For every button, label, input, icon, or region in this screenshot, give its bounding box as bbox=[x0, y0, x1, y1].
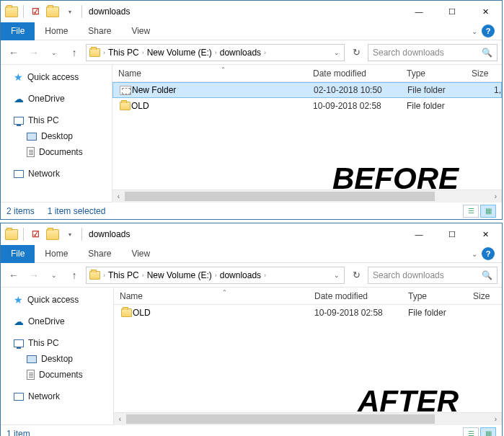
help-icon[interactable]: ? bbox=[482, 247, 495, 260]
sidebar-item-desktop[interactable]: Desktop bbox=[1, 128, 112, 144]
tab-share[interactable]: Share bbox=[78, 22, 121, 40]
breadcrumb-item[interactable]: This PC bbox=[107, 267, 141, 283]
column-header-name[interactable]: Name bbox=[118, 68, 313, 79]
sidebar-item-quick-access[interactable]: ★Quick access bbox=[1, 292, 113, 308]
nav-recent-dropdown[interactable]: ⌄ bbox=[45, 267, 63, 284]
file-row[interactable]: OLD 10-09-2018 02:58 File folder bbox=[114, 305, 502, 321]
close-button[interactable]: ✕ bbox=[469, 1, 502, 22]
file-list[interactable]: New Folder 02-10-2018 10:50 File folder … bbox=[112, 82, 502, 190]
tab-view[interactable]: View bbox=[121, 22, 160, 40]
tab-share[interactable]: Share bbox=[78, 245, 121, 263]
sidebar-item-quick-access[interactable]: ★Quick access bbox=[1, 69, 112, 85]
address-bar[interactable]: › This PC›New Volume (E:)›downloads› ⌄ bbox=[86, 267, 345, 284]
column-header-date[interactable]: Date modified bbox=[313, 68, 407, 79]
chevron-right-icon[interactable]: › bbox=[141, 272, 146, 279]
qat-dropdown-icon[interactable]: ▾ bbox=[62, 226, 78, 242]
ribbon-expand-icon[interactable]: ⌄ bbox=[472, 27, 477, 35]
breadcrumb-item[interactable]: downloads bbox=[218, 45, 262, 61]
breadcrumb-item[interactable]: New Volume (E:) bbox=[146, 267, 213, 283]
sidebar-item-network[interactable]: Network bbox=[1, 388, 113, 404]
sidebar-item-documents[interactable]: Documents bbox=[1, 144, 112, 160]
breadcrumb-item[interactable]: New Volume (E:) bbox=[146, 45, 213, 61]
horizontal-scrollbar[interactable]: ‹ › bbox=[112, 190, 502, 202]
chevron-right-icon[interactable]: › bbox=[141, 49, 146, 56]
chevron-right-icon[interactable]: › bbox=[213, 49, 218, 56]
minimize-button[interactable]: — bbox=[402, 223, 436, 245]
scroll-left-icon[interactable]: ‹ bbox=[112, 190, 125, 203]
nav-back-button[interactable]: ← bbox=[5, 44, 22, 61]
chevron-right-icon[interactable]: › bbox=[262, 49, 268, 56]
tab-file[interactable]: File bbox=[1, 22, 35, 40]
sidebar-item-this-pc[interactable]: This PC bbox=[1, 112, 112, 128]
sidebar-item-network[interactable]: Network bbox=[1, 166, 112, 182]
minimize-button[interactable]: — bbox=[402, 1, 436, 22]
chevron-right-icon[interactable]: › bbox=[262, 272, 268, 279]
file-row[interactable]: New Folder 02-10-2018 10:50 File folder … bbox=[112, 82, 502, 98]
nav-row: ← → ⌄ ↑ › This PC›New Volume (E:)›downlo… bbox=[1, 263, 502, 288]
maximize-button[interactable]: ☐ bbox=[436, 1, 469, 22]
file-row[interactable]: OLD 10-09-2018 02:58 File folder bbox=[112, 98, 502, 114]
help-icon[interactable]: ? bbox=[482, 25, 495, 37]
qat-newfolder-icon[interactable] bbox=[45, 226, 61, 242]
sidebar-item-desktop[interactable]: Desktop bbox=[1, 351, 113, 367]
file-list[interactable]: OLD 10-09-2018 02:58 File folder AFTER bbox=[114, 305, 502, 412]
scroll-track[interactable] bbox=[125, 190, 490, 203]
column-header-size[interactable]: Size bbox=[472, 68, 500, 79]
scroll-left-icon[interactable]: ‹ bbox=[114, 413, 126, 425]
column-header-date[interactable]: Date modified bbox=[314, 291, 408, 301]
pc-icon bbox=[14, 339, 24, 347]
chevron-right-icon[interactable]: › bbox=[102, 272, 107, 279]
sidebar-item-this-pc[interactable]: This PC bbox=[1, 335, 113, 351]
view-icons-button[interactable]: ▦ bbox=[480, 427, 496, 437]
explorer-window: ☑ ▾ downloads — ☐ ✕ File Home Share View… bbox=[0, 0, 503, 220]
chevron-right-icon[interactable]: › bbox=[102, 49, 107, 56]
nav-forward-button[interactable]: → bbox=[25, 267, 43, 284]
column-header-name[interactable]: Name bbox=[120, 291, 314, 301]
tab-home[interactable]: Home bbox=[35, 22, 78, 40]
qat-dropdown-icon[interactable]: ▾ bbox=[62, 4, 78, 19]
chevron-right-icon[interactable]: › bbox=[213, 272, 218, 279]
address-bar[interactable]: › This PC›New Volume (E:)›downloads› ⌄ bbox=[86, 44, 345, 61]
column-header-size[interactable]: Size bbox=[473, 291, 502, 301]
search-input[interactable]: Search downloads 🔍 bbox=[368, 267, 498, 284]
desktop-icon bbox=[27, 355, 37, 363]
explorer-window: ☑ ▾ downloads — ☐ ✕ File Home Share View… bbox=[0, 223, 503, 436]
scroll-right-icon[interactable]: › bbox=[490, 413, 502, 425]
qat-newfolder-icon[interactable] bbox=[45, 4, 61, 19]
column-header-type[interactable]: Type bbox=[407, 68, 472, 79]
scroll-track[interactable] bbox=[126, 413, 490, 425]
qat-properties-icon[interactable]: ☑ bbox=[27, 4, 43, 19]
tab-view[interactable]: View bbox=[121, 245, 160, 263]
window-title: downloads bbox=[89, 229, 130, 239]
tab-file[interactable]: File bbox=[1, 245, 35, 263]
nav-up-button[interactable]: ↑ bbox=[66, 267, 83, 284]
search-input[interactable]: Search downloads 🔍 bbox=[368, 44, 498, 61]
document-icon bbox=[27, 370, 35, 380]
nav-recent-dropdown[interactable]: ⌄ bbox=[45, 44, 63, 61]
scroll-thumb[interactable] bbox=[126, 414, 435, 424]
refresh-button[interactable]: ↻ bbox=[348, 267, 365, 284]
column-header-type[interactable]: Type bbox=[408, 291, 473, 301]
close-button[interactable]: ✕ bbox=[469, 223, 502, 245]
view-details-button[interactable]: ☰ bbox=[463, 205, 479, 218]
horizontal-scrollbar[interactable]: ‹ › bbox=[114, 412, 502, 424]
address-dropdown-icon[interactable]: ⌄ bbox=[331, 272, 342, 279]
view-icons-button[interactable]: ▦ bbox=[480, 205, 496, 218]
sidebar-item-onedrive[interactable]: ☁OneDrive bbox=[1, 91, 112, 107]
breadcrumb-item[interactable]: This PC bbox=[107, 45, 141, 61]
address-dropdown-icon[interactable]: ⌄ bbox=[331, 49, 342, 56]
tab-home[interactable]: Home bbox=[35, 245, 78, 263]
scroll-thumb[interactable] bbox=[125, 192, 435, 201]
sidebar-item-onedrive[interactable]: ☁OneDrive bbox=[1, 313, 113, 329]
maximize-button[interactable]: ☐ bbox=[436, 223, 469, 245]
ribbon-expand-icon[interactable]: ⌄ bbox=[472, 250, 477, 258]
scroll-right-icon[interactable]: › bbox=[490, 190, 502, 203]
nav-back-button[interactable]: ← bbox=[5, 267, 22, 284]
qat-properties-icon[interactable]: ☑ bbox=[27, 226, 43, 242]
nav-up-button[interactable]: ↑ bbox=[66, 44, 83, 61]
nav-forward-button[interactable]: → bbox=[25, 44, 43, 61]
refresh-button[interactable]: ↻ bbox=[348, 44, 365, 61]
view-details-button[interactable]: ☰ bbox=[463, 427, 479, 437]
breadcrumb-item[interactable]: downloads bbox=[218, 267, 262, 283]
sidebar-item-documents[interactable]: Documents bbox=[1, 367, 113, 383]
